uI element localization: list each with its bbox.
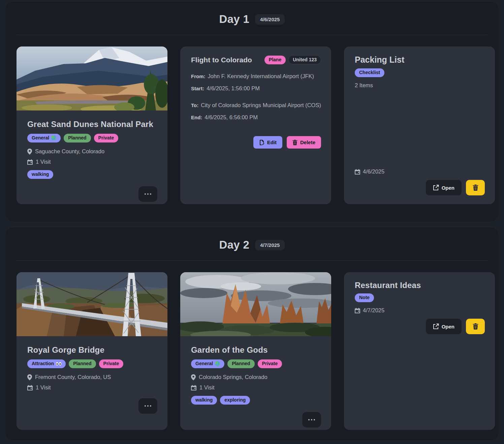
status-badge: Planned: [227, 359, 254, 368]
day-1-header: Day 1 4/6/2025: [5, 2, 499, 35]
end-value: 4/6/2025, 6:56:00 PM: [204, 114, 258, 120]
checklist-date: 4/6/2025: [363, 168, 384, 175]
visits-row: 1 Visit: [27, 159, 157, 165]
calendar-icon: [27, 159, 33, 165]
delete-checklist-button[interactable]: [466, 180, 485, 195]
place-card-garden-of-the-gods[interactable]: Garden of the Gods General Planned Priva…: [180, 272, 331, 430]
delete-button[interactable]: Delete: [287, 136, 321, 149]
trash-icon: [473, 323, 478, 329]
location-row: Fremont County, Colorado, US: [27, 374, 157, 380]
day-1-section: Day 1 4/6/2025: [5, 2, 499, 221]
day-2-date-badge: 4/7/2025: [255, 240, 285, 250]
place-card-royal-gorge-bridge[interactable]: Royal Gorge Bridge Attraction Planned Pr…: [17, 272, 167, 430]
from-label: From:: [191, 73, 206, 79]
trash-icon: [292, 140, 297, 145]
calendar-icon: [191, 385, 196, 390]
location-text: Saguache County, Colorado: [35, 148, 104, 155]
tag-badge: walking: [191, 396, 217, 405]
note-card-restaurant-ideas[interactable]: Restaurant Ideas Note 4/7/2025 Open: [344, 272, 495, 430]
more-options-button[interactable]: [138, 398, 157, 414]
location-text: Fremont County, Colorado, US: [35, 374, 111, 380]
transport-card-flight[interactable]: Flight to Colorado Plane United 123 From…: [180, 46, 331, 204]
tag-badge: walking: [27, 170, 53, 179]
place-card-great-sand-dunes[interactable]: Great Sand Dunes National Park General P…: [17, 46, 167, 204]
open-button[interactable]: Open: [426, 319, 462, 334]
flight-title: Flight to Colorado: [191, 56, 252, 64]
start-label: Start:: [191, 86, 204, 91]
trash-icon: [473, 185, 478, 191]
end-row: End:4/6/2025, 6:56:00 PM: [191, 114, 321, 121]
day-1-date-badge: 4/6/2025: [255, 14, 285, 25]
external-link-icon: [433, 185, 439, 191]
tag-badge: exploring: [220, 396, 250, 405]
checklist-title: Packing List: [355, 55, 485, 65]
category-badge: General: [191, 359, 224, 368]
end-label: End:: [191, 115, 202, 120]
checklist-card-packing-list[interactable]: Packing List Checklist 2 Items 4/6/2025 …: [344, 46, 495, 204]
place-title: Great Sand Dunes National Park: [27, 120, 157, 129]
to-value: City of Colorado Springs Municipal Airpo…: [201, 102, 321, 108]
garden-of-the-gods-photo: [180, 272, 331, 336]
transport-type-badge: Plane: [264, 56, 286, 64]
location-pin-icon: [27, 374, 32, 380]
status-badge: Planned: [69, 359, 96, 368]
note-type-badge: Note: [355, 293, 374, 302]
visits-text: 1 Visit: [199, 384, 215, 391]
privacy-badge: Private: [94, 134, 119, 142]
flight-number-badge: United 123: [288, 55, 321, 64]
visits-row: 1 Visit: [27, 384, 157, 391]
great-sand-dunes-photo: [17, 46, 167, 110]
delete-note-button[interactable]: [466, 319, 485, 334]
eyes-icon: [56, 362, 61, 366]
day-2-title: Day 2: [219, 239, 250, 251]
visits-text: 1 Visit: [36, 384, 51, 391]
visits-row: 1 Visit: [191, 384, 321, 391]
note-date: 4/7/2025: [363, 307, 384, 314]
from-row: From:John F. Kennedy International Airpo…: [191, 73, 321, 80]
location-pin-icon: [191, 374, 196, 380]
external-link-icon: [433, 323, 439, 329]
calendar-icon: [355, 308, 360, 313]
checklist-date-row: 4/6/2025: [355, 168, 485, 175]
category-badge: General: [27, 134, 61, 142]
visits-text: 1 Visit: [36, 159, 51, 165]
location-pin-icon: [27, 149, 32, 155]
location-row: Colorado Springs, Colorado: [191, 374, 321, 380]
open-button[interactable]: Open: [426, 180, 462, 195]
start-row: Start:4/6/2025, 1:56:00 PM: [191, 85, 321, 92]
edit-icon: [259, 140, 264, 145]
globe-icon: [215, 361, 220, 366]
status-badge: Planned: [64, 134, 91, 142]
place-title: Garden of the Gods: [191, 345, 321, 355]
edit-button[interactable]: Edit: [253, 136, 282, 149]
calendar-icon: [27, 385, 33, 390]
note-date-row: 4/7/2025: [355, 307, 485, 314]
checklist-type-badge: Checklist: [355, 68, 384, 77]
calendar-icon: [355, 169, 360, 175]
category-badge: Attraction: [27, 359, 66, 368]
more-options-button[interactable]: [302, 412, 321, 427]
to-label: To:: [191, 102, 198, 108]
privacy-badge: Private: [99, 359, 124, 368]
day-1-title: Day 1: [219, 13, 250, 26]
ellipsis-icon: [145, 405, 146, 407]
privacy-badge: Private: [258, 359, 282, 368]
day-2-header: Day 2 4/7/2025: [5, 227, 499, 260]
ellipsis-icon: [308, 419, 310, 421]
ellipsis-icon: [145, 193, 146, 195]
start-value: 4/6/2025, 1:56:00 PM: [207, 85, 260, 91]
to-row: To:City of Colorado Springs Municipal Ai…: [191, 102, 321, 108]
from-value: John F. Kennedy International Airport (J…: [208, 73, 314, 79]
royal-gorge-photo: [17, 272, 167, 336]
note-title: Restaurant Ideas: [355, 281, 485, 290]
place-title: Royal Gorge Bridge: [27, 345, 157, 355]
location-text: Colorado Springs, Colorado: [199, 374, 267, 380]
location-row: Saguache County, Colorado: [27, 148, 157, 155]
more-options-button[interactable]: [138, 186, 157, 202]
globe-icon: [51, 135, 56, 140]
day-2-section: Day 2 4/7/2025: [5, 227, 499, 440]
items-count: 2 Items: [355, 82, 485, 89]
